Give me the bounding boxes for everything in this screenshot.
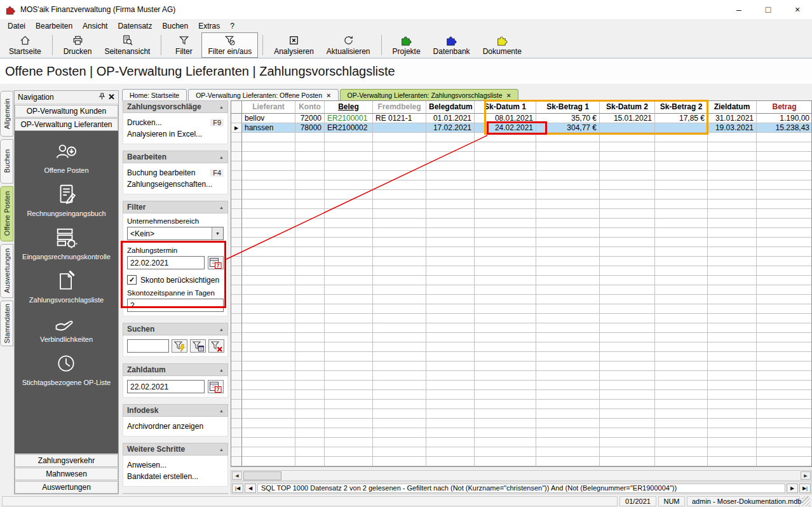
last-record-button[interactable]: ▶|: [799, 483, 811, 493]
next-record-button[interactable]: ▶: [787, 483, 798, 493]
side-tab-stammdaten[interactable]: Stammdaten: [0, 301, 13, 346]
menu-bearbeiten[interactable]: Bearbeiten: [30, 20, 78, 32]
unternehmensbereich-select[interactable]: <Kein>▼: [127, 227, 224, 240]
nav-item-offene-posten[interactable]: Offene Posten: [44, 141, 88, 174]
col-header-sk-betrag-1[interactable]: Sk-Betrag 1: [536, 101, 600, 114]
cell-sk-betrag-1[interactable]: 304,77 €: [536, 123, 600, 133]
col-header-belegdatum[interactable]: Belegdatum: [426, 101, 475, 114]
table-row[interactable]: ▶hanssen78000ER210000217.02.202124.02.20…: [231, 123, 811, 133]
skontozeitspanne-input[interactable]: 2: [127, 299, 224, 312]
section-header-infodesk[interactable]: Infodesk▲: [123, 404, 228, 417]
action-archivordner-anzeigen[interactable]: Archivordner anzeigen: [127, 421, 224, 432]
col-header-konto[interactable]: Konto: [295, 101, 325, 114]
nav-item-stichtagsbezogene-op-liste[interactable]: Stichtagsbezogene OP-Liste: [22, 352, 111, 386]
nav-item-rechnungseingangsbuch[interactable]: Rechnungseingangsbuch: [27, 183, 105, 217]
toolbar-dokumente[interactable]: Dokumente: [477, 32, 528, 58]
col-header-sk-datum-1[interactable]: Sk-Datum 1: [475, 101, 536, 114]
section-header-suchen[interactable]: Suchen▲: [123, 323, 228, 335]
side-tab-offene-posten[interactable]: Offene Posten: [0, 186, 13, 241]
previous-record-button[interactable]: ◀: [245, 483, 256, 493]
action-zahlungseigenschaften[interactable]: Zahlungseigenschaften...: [127, 179, 224, 190]
menu-buchen[interactable]: Buchen: [157, 20, 193, 32]
cell-sk-betrag-2[interactable]: [655, 123, 708, 133]
action-anweisen[interactable]: Anweisen...: [127, 459, 224, 471]
horizontal-scrollbar[interactable]: ◀ ▶: [231, 470, 812, 481]
cell-fremdbeleg[interactable]: [373, 123, 426, 133]
cell-zieldatum[interactable]: 19.03.2021: [708, 123, 757, 133]
menu-datei[interactable]: Datei: [3, 20, 30, 32]
row-selector[interactable]: [231, 114, 242, 123]
collapse-icon[interactable]: ▲: [219, 105, 224, 109]
zahldatum-input[interactable]: 22.02.2021: [127, 380, 205, 393]
col-header-betrag[interactable]: Betrag: [757, 101, 812, 114]
cell-sk-datum-1[interactable]: 08.01.2021: [475, 114, 536, 123]
cell-betrag[interactable]: 15.238,43: [757, 123, 812, 133]
col-header-sk-datum-2[interactable]: Sk-Datum 2: [600, 101, 655, 114]
col-header-zieldatum[interactable]: Zieldatum: [708, 101, 757, 114]
nav-button-op-verwaltung-kunden[interactable]: OP-Verwaltung Kunden: [15, 105, 118, 118]
skonto-checkbox-row[interactable]: ✓Skonto berücksichtigen: [127, 275, 224, 285]
toolbar-projekte[interactable]: Projekte: [386, 32, 427, 58]
cell-fremdbeleg[interactable]: RE 0121-1: [373, 114, 426, 123]
action-bankdatei-erstellen[interactable]: Bankdatei erstellen...: [127, 471, 224, 482]
cell-beleg[interactable]: ER2100001: [325, 114, 373, 123]
close-button[interactable]: ×: [783, 0, 812, 19]
row-selector[interactable]: ▶: [231, 123, 242, 133]
nav-button-op-verwaltung-lieferanten[interactable]: OP-Verwaltung Lieferanten: [15, 118, 118, 131]
cell-konto[interactable]: 78000: [295, 123, 325, 133]
cell-sk-betrag-2[interactable]: 17,85 €: [655, 114, 708, 123]
toolbar-drucken[interactable]: Drucken: [57, 32, 98, 58]
col-header-lieferant[interactable]: Lieferant: [242, 101, 295, 114]
cell-beleg[interactable]: ER2100002: [325, 123, 373, 133]
cell-zieldatum[interactable]: 31.01.2021: [708, 114, 757, 123]
tab-close-icon[interactable]: ×: [327, 92, 330, 98]
side-tab-allgemein[interactable]: Allgemein: [0, 91, 13, 137]
toolbar-analysieren[interactable]: Analysieren: [267, 32, 320, 58]
cell-betrag[interactable]: 1.190,00: [757, 114, 812, 123]
filter-clear-button[interactable]: [208, 339, 224, 353]
cell-sk-datum-1[interactable]: 24.02.2021: [475, 123, 536, 133]
col-header-sk-betrag-2[interactable]: Sk-Betrag 2: [655, 101, 708, 114]
tab-home-startseite[interactable]: Home: Startseite: [122, 89, 187, 100]
scrollbar-thumb[interactable]: [243, 471, 281, 480]
toolbar-datenbank[interactable]: Datenbank: [427, 32, 477, 58]
collapse-icon[interactable]: ▲: [219, 368, 224, 372]
tab-close-icon[interactable]: ×: [506, 92, 510, 98]
scroll-right-icon[interactable]: ▶: [801, 471, 811, 480]
filter-form-button[interactable]: [190, 339, 206, 353]
collapse-icon[interactable]: ▲: [219, 205, 224, 210]
nav-item-verbindlichkeiten[interactable]: Verbindlichkeiten: [40, 313, 93, 343]
nav-button-mahnwesen[interactable]: Mahnwesen: [15, 468, 118, 480]
toolbar-filter[interactable]: Filter: [166, 32, 201, 58]
cell-sk-betrag-1[interactable]: 35,70 €: [536, 114, 600, 123]
first-record-button[interactable]: |◀: [232, 483, 243, 493]
action-buchung-bearbeiten[interactable]: Buchung bearbeitenF4: [127, 167, 224, 179]
menu-help[interactable]: ?: [225, 20, 240, 32]
cell-konto[interactable]: 72000: [295, 114, 325, 123]
zahlungstermin-calendar-button[interactable]: 7: [208, 256, 224, 269]
section-header-filter[interactable]: Filter▲: [123, 201, 228, 213]
menu-datensatz[interactable]: Datensatz: [112, 20, 157, 32]
menu-ansicht[interactable]: Ansicht: [78, 20, 112, 32]
nav-item-zahlungsvorschlagsliste[interactable]: Zahlungsvorschlagsliste: [29, 269, 104, 304]
cell-belegdatum[interactable]: 01.01.2021: [426, 114, 475, 123]
dropdown-arrow-icon[interactable]: ▼: [212, 227, 223, 240]
nav-button-auswertungen[interactable]: Auswertungen: [15, 481, 118, 494]
section-header-bearbeiten[interactable]: Bearbeiten▲: [123, 151, 228, 163]
tab-op-verwaltung-lieferanten-offene-posten[interactable]: OP-Verwaltung Lieferanten: Offene Posten…: [188, 89, 338, 100]
scroll-left-icon[interactable]: ◀: [232, 471, 242, 480]
resize-grip[interactable]: [802, 496, 810, 506]
toolbar-aktualisieren[interactable]: Aktualisieren: [320, 32, 377, 58]
toolbar-startseite[interactable]: Startseite: [3, 32, 48, 58]
side-tab-auswertungen[interactable]: Auswertungen: [0, 244, 13, 298]
collapse-icon[interactable]: ▲: [219, 447, 224, 452]
section-header-weitere-schritte[interactable]: Weitere Schritte▲: [123, 443, 228, 456]
col-header-beleg[interactable]: Beleg: [325, 101, 373, 114]
cell-lieferant[interactable]: hanssen: [242, 123, 295, 133]
search-input[interactable]: [127, 339, 169, 353]
section-header-zahlungsvorschläge[interactable]: Zahlungsvorschläge▲: [123, 100, 228, 113]
collapse-icon[interactable]: ▲: [219, 327, 224, 332]
nav-item-eingangsrechnungskontrolle[interactable]: Eingangsrechnungskontrolle: [22, 226, 111, 260]
cell-sk-datum-2[interactable]: 15.01.2021: [600, 114, 655, 123]
section-header-siehe-auch[interactable]: Siehe auch▲: [123, 493, 228, 494]
